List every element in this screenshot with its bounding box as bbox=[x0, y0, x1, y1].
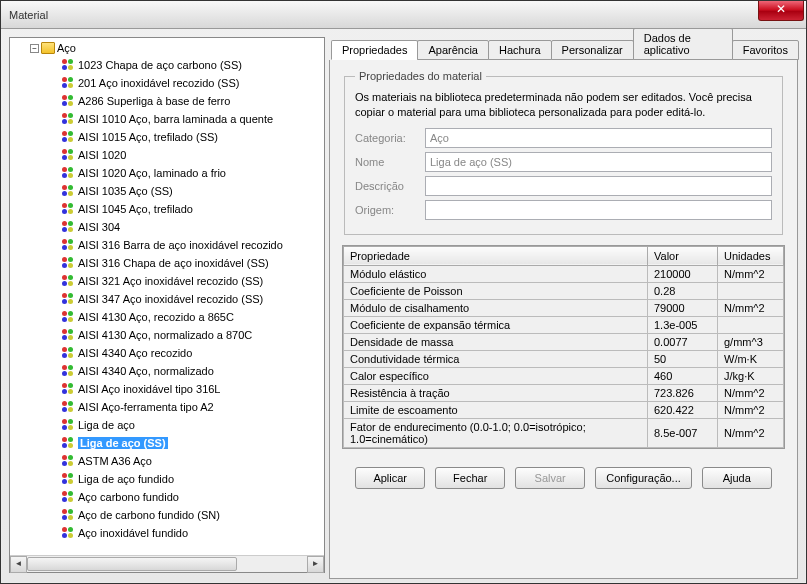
input-name bbox=[425, 152, 772, 172]
col-units[interactable]: Unidades bbox=[718, 246, 784, 265]
scroll-left-icon[interactable]: ◄ bbox=[10, 556, 27, 573]
table-row[interactable]: Módulo elástico210000N/mm^2 bbox=[344, 265, 784, 282]
tree-item-label: Aço carbono fundido bbox=[78, 491, 179, 503]
input-description[interactable] bbox=[425, 176, 772, 196]
tree-item[interactable]: AISI 347 Aço inoxidável recozido (SS) bbox=[62, 290, 324, 308]
table-row[interactable]: Fator de endurecimento (0.0-1.0; 0.0=iso… bbox=[344, 418, 784, 447]
tree-item[interactable]: AISI 1010 Aço, barra laminada a quente bbox=[62, 110, 324, 128]
cell-units: W/m·K bbox=[718, 350, 784, 367]
material-icon bbox=[62, 131, 74, 143]
tree-item[interactable]: Liga de aço bbox=[62, 416, 324, 434]
tree-item[interactable]: AISI 1020 Aço, laminado a frio bbox=[62, 164, 324, 182]
scroll-thumb[interactable] bbox=[27, 557, 237, 571]
cell-property: Resistência à tração bbox=[344, 384, 648, 401]
col-property[interactable]: Propriedade bbox=[344, 246, 648, 265]
property-table-wrap: Propriedade Valor Unidades Módulo elásti… bbox=[342, 245, 785, 449]
tree-item-label: ASTM A36 Aço bbox=[78, 455, 152, 467]
cell-value: 1.3e-005 bbox=[648, 316, 718, 333]
material-icon bbox=[62, 311, 74, 323]
tree-item[interactable]: AISI Aço inoxidável tipo 316L bbox=[62, 380, 324, 398]
cell-property: Módulo de cisalhamento bbox=[344, 299, 648, 316]
material-icon bbox=[62, 275, 74, 287]
tree-item-label: AISI Aço inoxidável tipo 316L bbox=[78, 383, 220, 395]
tree-item[interactable]: A286 Superliga à base de ferro bbox=[62, 92, 324, 110]
col-value[interactable]: Valor bbox=[648, 246, 718, 265]
tree-item[interactable]: AISI 316 Barra de aço inoxidável recozid… bbox=[62, 236, 324, 254]
tree-item[interactable]: AISI 316 Chapa de aço inoxidável (SS) bbox=[62, 254, 324, 272]
cell-units: N/mm^2 bbox=[718, 265, 784, 282]
right-panel: PropriedadesAparênciaHachuraPersonalizar… bbox=[329, 37, 798, 579]
tree-item[interactable]: 201 Aço inoxidável recozido (SS) bbox=[62, 74, 324, 92]
tree-item-label: AISI 4340 Aço, normalizado bbox=[78, 365, 214, 377]
tab-aparência[interactable]: Aparência bbox=[417, 40, 489, 60]
tab-personalizar[interactable]: Personalizar bbox=[551, 40, 634, 60]
tree-item[interactable]: AISI 4340 Aço, normalizado bbox=[62, 362, 324, 380]
tree-item[interactable]: AISI 1020 bbox=[62, 146, 324, 164]
tree-item[interactable]: AISI 1045 Aço, trefilado bbox=[62, 200, 324, 218]
table-row[interactable]: Densidade de massa0.0077g/mm^3 bbox=[344, 333, 784, 350]
tree-item[interactable]: AISI 321 Aço inoxidável recozido (SS) bbox=[62, 272, 324, 290]
material-icon bbox=[62, 95, 74, 107]
collapse-icon[interactable]: − bbox=[30, 44, 39, 53]
table-row[interactable]: Coeficiente de expansão térmica1.3e-005 bbox=[344, 316, 784, 333]
tab-hachura[interactable]: Hachura bbox=[488, 40, 552, 60]
tree-item[interactable]: ASTM A36 Aço bbox=[62, 452, 324, 470]
table-row[interactable]: Limite de escoamento620.422N/mm^2 bbox=[344, 401, 784, 418]
tree-item[interactable]: 1023 Chapa de aço carbono (SS) bbox=[62, 56, 324, 74]
tree-item[interactable]: AISI 1015 Aço, trefilado (SS) bbox=[62, 128, 324, 146]
material-dialog: Material ✕ − Aço 1023 Chapa de aço carbo… bbox=[0, 0, 807, 584]
readonly-note: Os materiais na biblioteca predeterminad… bbox=[355, 90, 772, 120]
label-category: Categoria: bbox=[355, 132, 425, 144]
folder-icon bbox=[41, 42, 55, 54]
material-tree-panel: − Aço 1023 Chapa de aço carbono (SS)201 … bbox=[9, 37, 325, 573]
tab-dados-de-aplicativo[interactable]: Dados de aplicativo bbox=[633, 29, 733, 60]
save-button[interactable]: Salvar bbox=[515, 467, 585, 489]
material-icon bbox=[62, 437, 74, 449]
material-icon bbox=[62, 221, 74, 233]
tree-item-label: AISI 1020 bbox=[78, 149, 126, 161]
table-row[interactable]: Condutividade térmica50W/m·K bbox=[344, 350, 784, 367]
tab-propriedades[interactable]: Propriedades bbox=[331, 40, 418, 60]
table-row[interactable]: Resistência à tração723.826N/mm^2 bbox=[344, 384, 784, 401]
input-source[interactable] bbox=[425, 200, 772, 220]
table-row[interactable]: Calor específico460J/kg·K bbox=[344, 367, 784, 384]
material-icon bbox=[62, 185, 74, 197]
table-row[interactable]: Coeficiente de Poisson0.28 bbox=[344, 282, 784, 299]
tree-item-label: Aço de carbono fundido (SN) bbox=[78, 509, 220, 521]
tab-favoritos[interactable]: Favoritos bbox=[732, 40, 799, 60]
tree-item-label: Aço inoxidável fundido bbox=[78, 527, 188, 539]
tree-root[interactable]: − Aço bbox=[30, 42, 324, 54]
material-icon bbox=[62, 473, 74, 485]
tree-item[interactable]: AISI 1035 Aço (SS) bbox=[62, 182, 324, 200]
apply-button[interactable]: Aplicar bbox=[355, 467, 425, 489]
tree-item[interactable]: Aço de carbono fundido (SN) bbox=[62, 506, 324, 524]
tree-item[interactable]: AISI 4340 Aço recozido bbox=[62, 344, 324, 362]
material-icon bbox=[62, 149, 74, 161]
material-icon bbox=[62, 455, 74, 467]
cell-units: g/mm^3 bbox=[718, 333, 784, 350]
tree-item[interactable]: AISI 4130 Aço, normalizado a 870C bbox=[62, 326, 324, 344]
close-icon[interactable]: ✕ bbox=[758, 1, 804, 21]
tree-item[interactable]: Aço carbono fundido bbox=[62, 488, 324, 506]
tree-item-label: AISI 1020 Aço, laminado a frio bbox=[78, 167, 226, 179]
tree-item[interactable]: AISI Aço-ferramenta tipo A2 bbox=[62, 398, 324, 416]
material-tree[interactable]: − Aço 1023 Chapa de aço carbono (SS)201 … bbox=[10, 38, 324, 555]
cell-property: Condutividade térmica bbox=[344, 350, 648, 367]
tree-item[interactable]: AISI 304 bbox=[62, 218, 324, 236]
table-row[interactable]: Módulo de cisalhamento79000N/mm^2 bbox=[344, 299, 784, 316]
close-button[interactable]: Fechar bbox=[435, 467, 505, 489]
tree-item[interactable]: AISI 4130 Aço, recozido a 865C bbox=[62, 308, 324, 326]
tree-item-label: AISI Aço-ferramenta tipo A2 bbox=[78, 401, 214, 413]
help-button[interactable]: Ajuda bbox=[702, 467, 772, 489]
tree-item[interactable]: Liga de aço (SS) bbox=[62, 434, 324, 452]
cell-property: Densidade de massa bbox=[344, 333, 648, 350]
tree-item[interactable]: Aço inoxidável fundido bbox=[62, 524, 324, 542]
group-legend: Propriedades do material bbox=[355, 70, 486, 82]
tree-horizontal-scrollbar[interactable]: ◄ ► bbox=[10, 555, 324, 572]
property-table[interactable]: Propriedade Valor Unidades Módulo elásti… bbox=[343, 246, 784, 448]
scroll-right-icon[interactable]: ► bbox=[307, 556, 324, 573]
cell-property: Calor específico bbox=[344, 367, 648, 384]
material-properties-group: Propriedades do material Os materiais na… bbox=[344, 70, 783, 235]
tree-item[interactable]: Liga de aço fundido bbox=[62, 470, 324, 488]
config-button[interactable]: Configuração... bbox=[595, 467, 692, 489]
